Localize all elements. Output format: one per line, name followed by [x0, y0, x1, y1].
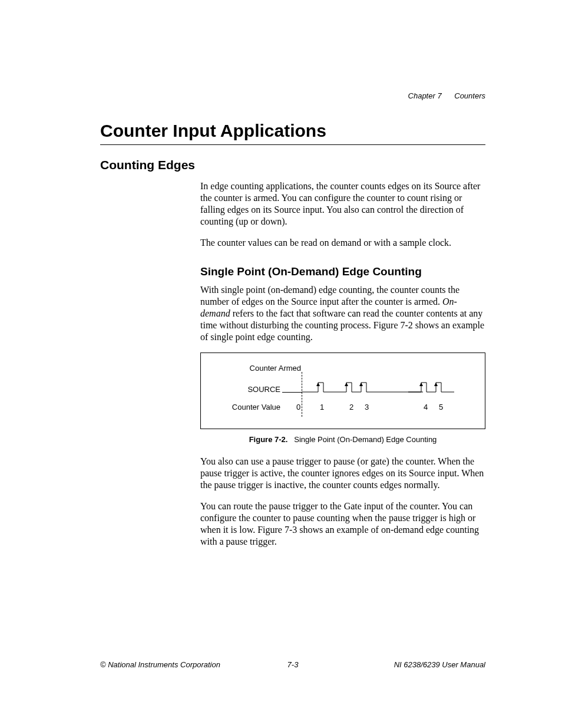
signal-pulse-icon — [333, 381, 352, 393]
body-block: In edge counting applications, the count… — [200, 180, 485, 548]
chapter-title: Counters — [454, 91, 485, 100]
label-counter-armed: Counter Armed — [242, 364, 301, 373]
footer-manual-title: NI 6238/6239 User Manual — [394, 660, 485, 669]
counter-value: 4 — [424, 403, 428, 411]
heading-3: Single Point (On-Demand) Edge Counting — [200, 265, 485, 278]
counter-value: 1 — [320, 403, 324, 411]
page-content: Counter Input Applications Counting Edge… — [0, 0, 562, 548]
svg-marker-2 — [359, 383, 363, 386]
signal-pulse-icon — [302, 381, 333, 393]
paragraph: In edge counting applications, the count… — [200, 180, 485, 228]
figure-caption-text: Single Point (On-Demand) Edge Counting — [294, 435, 437, 444]
counter-value: 5 — [439, 403, 443, 411]
counter-value: 2 — [349, 403, 353, 411]
svg-marker-3 — [419, 383, 423, 386]
paragraph: With single point (on-demand) edge count… — [200, 284, 485, 343]
figure-number: Figure 7-2. — [249, 435, 288, 444]
chapter-ref: Chapter 7 — [408, 91, 442, 100]
svg-marker-0 — [316, 383, 320, 386]
paragraph: You can route the pause trigger to the G… — [200, 500, 485, 548]
signal-pulse-icon — [427, 381, 454, 393]
text-run: refers to the fact that software can rea… — [200, 308, 484, 342]
signal-baseline — [282, 392, 302, 393]
figure-diagram: Counter Armed SOURCE Counter Value — [207, 364, 479, 418]
heading-rule — [100, 144, 485, 145]
heading-2: Counting Edges — [100, 158, 485, 172]
svg-marker-1 — [345, 383, 348, 386]
label-source: SOURCE — [233, 385, 280, 394]
svg-marker-4 — [434, 383, 438, 386]
counter-value: 3 — [365, 403, 369, 411]
paragraph: You also can use a pause trigger to paus… — [200, 456, 485, 491]
paragraph: The counter values can be read on demand… — [200, 237, 485, 249]
heading-1: Counter Input Applications — [100, 121, 485, 141]
figure-caption: Figure 7-2. Single Point (On-Demand) Edg… — [200, 435, 485, 444]
armed-marker-line — [302, 372, 302, 417]
counter-value: 0 — [296, 403, 300, 411]
running-head: Chapter 7 Counters — [408, 91, 485, 100]
figure-7-2: Counter Armed SOURCE Counter Value — [200, 353, 485, 429]
signal-pulse-icon — [408, 381, 427, 393]
label-counter-value: Counter Value — [219, 403, 280, 411]
text-run: With single point (on-demand) edge count… — [200, 285, 459, 307]
